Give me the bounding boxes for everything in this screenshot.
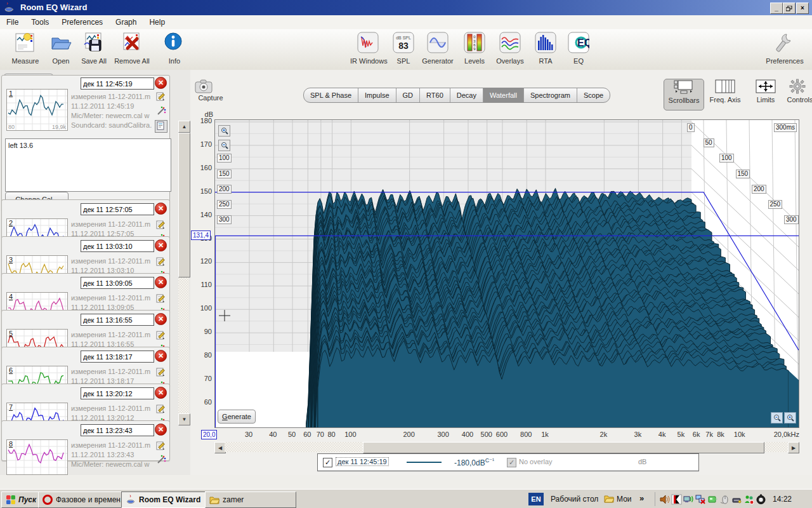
measurement-name-input[interactable] [81, 351, 154, 363]
measurement-thumbnail[interactable]: 8 [6, 439, 68, 475]
legend-trace-name[interactable]: дек 11 12:45:19 [336, 457, 389, 466]
restore-button[interactable] [783, 3, 796, 14]
tray-timer-icon[interactable] [756, 494, 766, 505]
tray-net-error-icon[interactable] [695, 494, 706, 505]
tray-volume-icon[interactable] [659, 494, 670, 505]
tab-impulse[interactable]: Impulse [358, 88, 396, 102]
language-indicator[interactable]: EN [528, 493, 544, 505]
tab-spl-phase[interactable]: SPL & Phase [304, 88, 358, 102]
tray-card-icon[interactable] [707, 494, 718, 505]
spl-icon: dB SPL83 [393, 32, 414, 55]
edit-icon[interactable] [156, 220, 166, 230]
edit-icon[interactable] [156, 441, 166, 451]
toolbar-overflow-chevron[interactable]: » [639, 493, 644, 503]
measurement-name-input[interactable] [81, 240, 154, 252]
toolbar-spl-button[interactable]: dB SPL83SPL [386, 32, 421, 65]
delete-measurement-icon[interactable]: ✕ [155, 203, 167, 215]
taskbar-button-3[interactable]: zamer [205, 491, 296, 508]
tray-agent-icon[interactable] [743, 494, 754, 505]
view-button-controls[interactable]: Controls [780, 79, 812, 109]
minimize-button[interactable]: _ [770, 3, 783, 14]
menu-item-preferences[interactable]: Preferences [55, 16, 109, 29]
wand-icon[interactable] [156, 106, 166, 116]
generate-button[interactable]: Generate [218, 410, 256, 424]
delete-measurement-icon[interactable]: ✕ [155, 424, 167, 436]
capture-button[interactable]: Capture [194, 79, 227, 102]
measurement-name-input[interactable] [81, 314, 154, 326]
menu-item-graph[interactable]: Graph [109, 16, 143, 29]
edit-icon[interactable] [156, 91, 166, 102]
measurement-name-input[interactable] [81, 203, 154, 215]
view-button-limits[interactable]: Limits [746, 79, 785, 109]
taskbar-button-2[interactable]: Room EQ Wizard [121, 491, 212, 508]
view-button-freq-axis[interactable]: Freq. Axis [705, 79, 745, 109]
edit-icon[interactable] [156, 404, 166, 414]
toolbar-overlays-button[interactable]: Overlays [492, 32, 528, 65]
documents-toolbar-label[interactable]: Мои [617, 495, 632, 504]
toolbar-info-button[interactable]: Info [155, 32, 193, 65]
tab-scope[interactable]: Scope [577, 88, 610, 102]
toolbar-open-button[interactable]: Open [42, 32, 80, 65]
measurement-number: 5 [9, 330, 13, 337]
horizontal-scrollbar[interactable]: ◀ ▶ [214, 442, 798, 452]
delete-measurement-icon[interactable]: ✕ [155, 313, 167, 325]
view-button-scrollbars[interactable]: Scrollbars [664, 79, 704, 110]
wand-icon[interactable] [156, 455, 166, 465]
desktop-toolbar-label[interactable]: Рабочий стол [551, 495, 598, 504]
edit-icon[interactable] [156, 257, 166, 267]
freq-tick-label: 50 [288, 431, 296, 438]
zoom-out-y-icon[interactable] [218, 140, 230, 151]
tab-decay[interactable]: Decay [450, 88, 483, 102]
no-overlay-checkbox[interactable]: ✓ [507, 458, 516, 467]
close-button[interactable]: × [796, 3, 809, 14]
toolbar-irwin-button[interactable]: IR Windows [350, 32, 386, 65]
measurement-thumbnail[interactable]: 18019,9k [6, 89, 68, 131]
measurement-name-input[interactable] [81, 387, 154, 399]
delete-measurement-icon[interactable]: ✕ [155, 77, 167, 89]
taskbar-button-1[interactable]: Фазовое и времен... [38, 491, 128, 508]
delete-measurement-icon[interactable]: ✕ [155, 239, 167, 251]
edit-icon[interactable] [156, 330, 166, 340]
tray-net-signal-icon[interactable] [683, 494, 694, 505]
zoom-in-y-icon[interactable] [218, 125, 230, 137]
measurement-name-input[interactable] [81, 77, 154, 90]
measurement-notes-field[interactable]: left 13.6 [5, 138, 171, 192]
tab-gd[interactable]: GD [396, 88, 421, 102]
sidebar-scroll-down-icon[interactable]: ▼ [178, 413, 190, 425]
toolbar-saveall-button[interactable]: Save All [75, 32, 113, 65]
toolbar-preferences-button[interactable]: Preferences [764, 32, 805, 65]
tab-spectrogram[interactable]: Spectrogram [524, 88, 577, 102]
scroll-right-icon[interactable]: ▶ [788, 442, 799, 453]
sidebar-scroll-up-icon[interactable]: ▲ [178, 121, 190, 133]
toolbar-gen-button[interactable]: Generator [420, 32, 455, 65]
delete-measurement-icon[interactable]: ✕ [155, 350, 167, 362]
measurement-name-input[interactable] [81, 277, 154, 289]
delete-measurement-icon[interactable]: ✕ [155, 276, 167, 288]
scrollbar-thumb[interactable] [363, 442, 764, 453]
tray-kaspersky-icon[interactable] [671, 494, 682, 505]
zoom-in-x-icon[interactable] [784, 412, 796, 424]
waterfall-plot[interactable]: 100150200250300050100150200250300 300ms … [214, 119, 799, 428]
freq-tick-label: 300 [437, 431, 449, 438]
delete-measurement-icon[interactable]: ✕ [155, 387, 167, 399]
menu-item-tools[interactable]: Tools [25, 16, 55, 29]
notes-icon[interactable] [155, 120, 167, 133]
sidebar-scrollbar-thumb[interactable] [178, 133, 190, 277]
measurement-name-input[interactable] [81, 424, 154, 436]
edit-icon[interactable] [156, 367, 166, 377]
tab-waterfall[interactable]: Waterfall [483, 88, 524, 102]
menu-item-help[interactable]: Help [143, 16, 171, 29]
folder-icon[interactable] [604, 493, 614, 504]
toolbar-removeall-button[interactable]: Remove All [113, 32, 151, 65]
toolbar-levels-button[interactable]: 0369Levels [457, 32, 492, 65]
tray-mouse-icon[interactable] [719, 494, 730, 505]
toolbar-rta-button[interactable]: RTA [528, 32, 563, 65]
zoom-out-x-icon[interactable] [771, 412, 783, 424]
trace-visible-checkbox[interactable]: ✓ [323, 458, 332, 467]
edit-icon[interactable] [156, 293, 166, 304]
toolbar-measure-button[interactable]: Measure [6, 32, 44, 65]
tray-device-icon[interactable] [731, 494, 742, 505]
menu-item-file[interactable]: File [0, 16, 25, 29]
toolbar-eq-button[interactable]: EQEQ [561, 32, 596, 65]
tab-rt60[interactable]: RT60 [420, 88, 450, 102]
